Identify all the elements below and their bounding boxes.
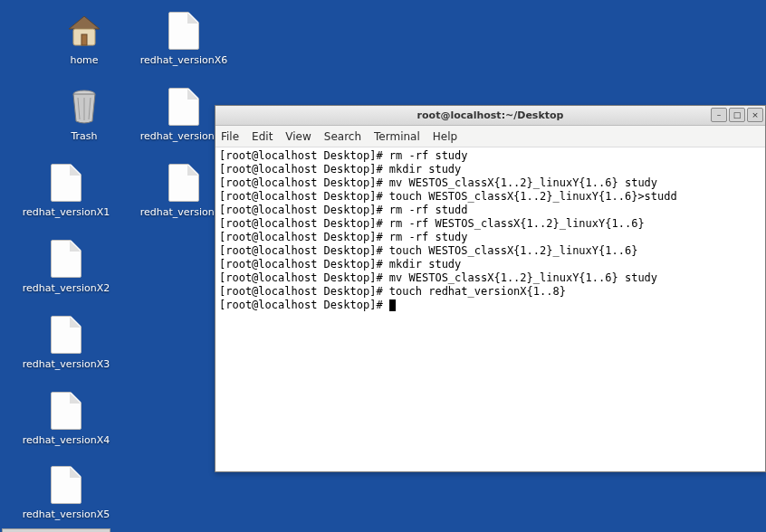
svg-rect-2	[81, 34, 87, 45]
desktop-icon-label: Trash	[34, 130, 134, 142]
menu-edit[interactable]: Edit	[252, 130, 273, 143]
desktop-icon-home[interactable]: home	[34, 11, 134, 66]
svg-marker-0	[69, 16, 100, 29]
desktop-icon-rvx6[interactable]: redhat_versionX6	[134, 11, 234, 66]
terminal-titlebar[interactable]: root@localhost:~/Desktop – □ ×	[215, 106, 765, 126]
terminal-line: [root@localhost Desktop]# touch WESTOS_c…	[219, 244, 761, 258]
terminal-window: root@localhost:~/Desktop – □ × File Edit…	[215, 105, 766, 472]
desktop-icon-rvx1[interactable]: redhat_versionX1	[16, 163, 116, 218]
trash-icon	[66, 87, 102, 127]
terminal-line: [root@localhost Desktop]# mv WESTOS_clas…	[219, 271, 761, 285]
terminal-line: [root@localhost Desktop]# rm -rf studd	[219, 204, 761, 217]
file-icon	[48, 239, 84, 279]
terminal-line: [root@localhost Desktop]# touch redhat_v…	[219, 285, 761, 299]
minimize-button[interactable]: –	[711, 108, 727, 122]
terminal-line: [root@localhost Desktop]# rm -rf study	[219, 231, 761, 244]
terminal-line: [root@localhost Desktop]# touch WESTOS_c…	[219, 190, 761, 204]
desktop-icon-rvx3[interactable]: redhat_versionX3	[16, 315, 116, 370]
file-icon	[166, 87, 202, 127]
taskbar-stub	[2, 528, 110, 532]
close-button[interactable]: ×	[747, 108, 763, 122]
desktop-icon-label: redhat_versionX5	[16, 508, 116, 520]
menu-search[interactable]: Search	[324, 130, 361, 143]
desktop-icon-trash[interactable]: Trash	[34, 87, 134, 142]
desktop-icon-label: home	[34, 54, 134, 66]
maximize-button[interactable]: □	[729, 108, 745, 122]
menu-help[interactable]: Help	[433, 130, 457, 143]
terminal-menubar: File Edit View Search Terminal Help	[215, 126, 765, 147]
terminal-cursor	[389, 299, 396, 311]
desktop-icon-label: redhat_versionX6	[134, 54, 234, 66]
desktop-icon-label: redhat_versionX4	[16, 434, 116, 446]
terminal-line: [root@localhost Desktop]#	[219, 299, 761, 312]
terminal-line: [root@localhost Desktop]# mkdir study	[219, 163, 761, 176]
menu-terminal[interactable]: Terminal	[374, 130, 420, 143]
desktop-icon-label: redhat_versionX1	[16, 206, 116, 218]
desktop-icon-label: redhat_versionX2	[16, 282, 116, 294]
desktop-icon-label: redhat_versionX3	[16, 358, 116, 370]
file-icon	[48, 391, 84, 431]
desktop-icon-rvx5[interactable]: redhat_versionX5	[16, 465, 116, 520]
desktop-icon-rvx4[interactable]: redhat_versionX4	[16, 391, 116, 446]
terminal-body[interactable]: [root@localhost Desktop]# rm -rf study[r…	[215, 147, 765, 471]
file-icon	[48, 465, 84, 505]
window-controls: – □ ×	[711, 108, 763, 122]
file-icon	[166, 11, 202, 51]
terminal-line: [root@localhost Desktop]# rm -rf WESTOS_…	[219, 217, 761, 231]
file-icon	[166, 163, 202, 203]
menu-view[interactable]: View	[285, 130, 311, 143]
terminal-title: root@localhost:~/Desktop	[215, 109, 765, 121]
terminal-line: [root@localhost Desktop]# rm -rf study	[219, 149, 761, 163]
terminal-line: [root@localhost Desktop]# mkdir study	[219, 258, 761, 271]
file-icon	[48, 315, 84, 355]
menu-file[interactable]: File	[221, 130, 239, 143]
home-folder-icon	[66, 11, 102, 51]
desktop-icon-rvx2[interactable]: redhat_versionX2	[16, 239, 116, 294]
terminal-line: [root@localhost Desktop]# mv WESTOS_clas…	[219, 176, 761, 190]
file-icon	[48, 163, 84, 203]
